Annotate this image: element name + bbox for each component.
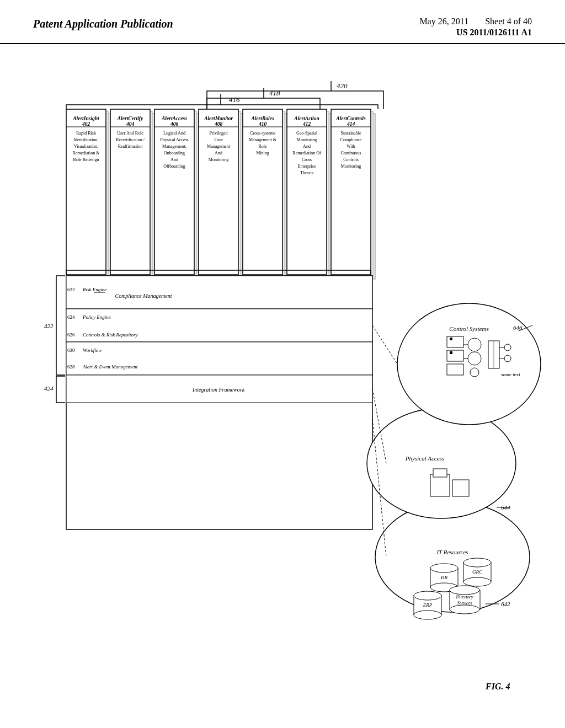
svg-text:Management,: Management, xyxy=(162,144,186,149)
svg-rect-49 xyxy=(247,114,287,279)
svg-rect-143 xyxy=(450,351,452,354)
svg-text:Cross-systems: Cross-systems xyxy=(250,131,275,136)
svg-rect-142 xyxy=(447,350,463,361)
svg-point-113 xyxy=(430,564,458,572)
svg-text:And: And xyxy=(215,151,222,156)
svg-text:402: 402 xyxy=(82,121,90,127)
svg-text:AlertAccess: AlertAccess xyxy=(161,116,187,121)
svg-point-153 xyxy=(504,355,511,362)
svg-rect-39 xyxy=(201,111,241,277)
page-container: Patent Application Publication May 26, 2… xyxy=(0,0,565,728)
svg-text:Onboarding: Onboarding xyxy=(164,151,185,156)
svg-text:AlertInsight: AlertInsight xyxy=(72,116,99,121)
svg-point-125 xyxy=(450,586,479,595)
svg-point-146 xyxy=(468,352,481,365)
svg-text:Policy Engine: Policy Engine xyxy=(82,314,111,320)
svg-rect-90 xyxy=(66,309,372,342)
svg-text:414: 414 xyxy=(347,121,355,127)
svg-text:IT Resources: IT Resources xyxy=(436,549,468,555)
page-header: Patent Application Publication May 26, 2… xyxy=(0,0,565,44)
svg-text:Offboarding: Offboarding xyxy=(163,164,185,169)
svg-text:GRC: GRC xyxy=(472,569,483,575)
svg-text:AlertRoles: AlertRoles xyxy=(250,116,274,121)
svg-text:Identification,: Identification, xyxy=(73,137,98,142)
svg-text:Reaffirmation: Reaffirmation xyxy=(118,144,143,149)
svg-point-117 xyxy=(463,558,491,567)
svg-text:422: 422 xyxy=(44,323,54,329)
svg-rect-26 xyxy=(159,114,199,279)
svg-rect-50 xyxy=(245,111,285,277)
svg-rect-95 xyxy=(66,342,372,375)
svg-point-131 xyxy=(367,408,516,518)
svg-point-126 xyxy=(450,605,479,614)
svg-text:And: And xyxy=(170,157,178,162)
diagram-svg: 416 418 420 AlertInsight xyxy=(33,61,563,722)
svg-rect-28 xyxy=(154,109,194,275)
svg-text:ERP: ERP xyxy=(423,602,433,608)
sheet-info: Sheet 4 of 40 xyxy=(485,17,532,26)
svg-text:Controls & Risk Repository: Controls & Risk Repository xyxy=(83,332,137,338)
diagram-container: 416 418 420 AlertInsight xyxy=(33,61,563,722)
patent-number: US 2011/0126111 A1 xyxy=(456,28,532,38)
svg-text:Visualization,: Visualization, xyxy=(74,144,98,149)
svg-text:And: And xyxy=(303,144,311,149)
svg-text:Monitoring: Monitoring xyxy=(341,164,361,169)
svg-text:Control Systems: Control Systems xyxy=(449,325,488,332)
svg-text:Alert & Event Management: Alert & Event Management xyxy=(82,364,138,370)
svg-text:420: 420 xyxy=(337,82,348,90)
svg-rect-150 xyxy=(488,341,499,368)
svg-rect-60 xyxy=(289,111,329,277)
svg-text:Geo-Spatial: Geo-Spatial xyxy=(296,131,318,136)
svg-text:Compliance: Compliance xyxy=(340,137,362,142)
svg-text:412: 412 xyxy=(302,121,311,127)
svg-rect-141 xyxy=(450,338,452,340)
svg-rect-7 xyxy=(68,111,108,277)
svg-point-152 xyxy=(504,344,511,351)
svg-text:AlertControls: AlertControls xyxy=(335,116,366,121)
svg-rect-6 xyxy=(71,114,110,279)
svg-point-122 xyxy=(414,611,441,619)
svg-text:Remediation Of: Remediation Of xyxy=(292,151,321,156)
svg-text:User: User xyxy=(214,137,222,142)
svg-text:Role Redesign: Role Redesign xyxy=(73,157,99,162)
svg-rect-135 xyxy=(452,480,469,496)
svg-text:Management &: Management & xyxy=(249,137,277,142)
svg-line-161 xyxy=(372,325,397,364)
svg-text:Enterprise: Enterprise xyxy=(298,164,316,169)
svg-rect-27 xyxy=(157,111,196,277)
svg-text:Monitoring: Monitoring xyxy=(209,157,228,162)
publication-date: May 26, 2011 xyxy=(419,17,468,26)
svg-text:With: With xyxy=(347,144,355,149)
svg-rect-144 xyxy=(447,364,463,375)
svg-text:Monitoring: Monitoring xyxy=(297,137,317,142)
svg-point-110 xyxy=(375,502,530,612)
svg-rect-51 xyxy=(243,109,282,275)
svg-text:646: 646 xyxy=(513,324,523,331)
svg-point-145 xyxy=(468,338,481,351)
svg-rect-40 xyxy=(199,109,238,275)
svg-text:Continuous: Continuous xyxy=(341,151,361,156)
svg-rect-59 xyxy=(291,114,331,279)
svg-point-114 xyxy=(430,583,458,592)
svg-text:Role: Role xyxy=(258,144,267,149)
svg-rect-72 xyxy=(335,114,375,279)
svg-point-118 xyxy=(463,577,491,586)
svg-rect-18 xyxy=(113,111,152,277)
svg-text:644: 644 xyxy=(501,504,510,511)
header-right: May 26, 2011 Sheet 4 of 40 US 2011/01261… xyxy=(419,17,532,38)
svg-line-160 xyxy=(372,389,386,463)
svg-rect-124 xyxy=(450,590,480,609)
svg-rect-100 xyxy=(66,375,372,403)
svg-text:404: 404 xyxy=(126,121,135,127)
svg-text:408: 408 xyxy=(214,121,223,127)
svg-text:Sustainable: Sustainable xyxy=(341,131,361,136)
svg-text:Services: Services xyxy=(457,601,472,606)
svg-point-147 xyxy=(470,368,479,377)
svg-rect-73 xyxy=(333,111,373,277)
svg-text:Directory: Directory xyxy=(456,595,473,599)
svg-text:416: 416 xyxy=(229,95,240,104)
svg-text:Compliance Management: Compliance Management xyxy=(115,293,172,299)
svg-text:AlertCertify: AlertCertify xyxy=(117,116,143,121)
svg-text:630: 630 xyxy=(67,347,75,353)
svg-point-138 xyxy=(397,303,541,425)
